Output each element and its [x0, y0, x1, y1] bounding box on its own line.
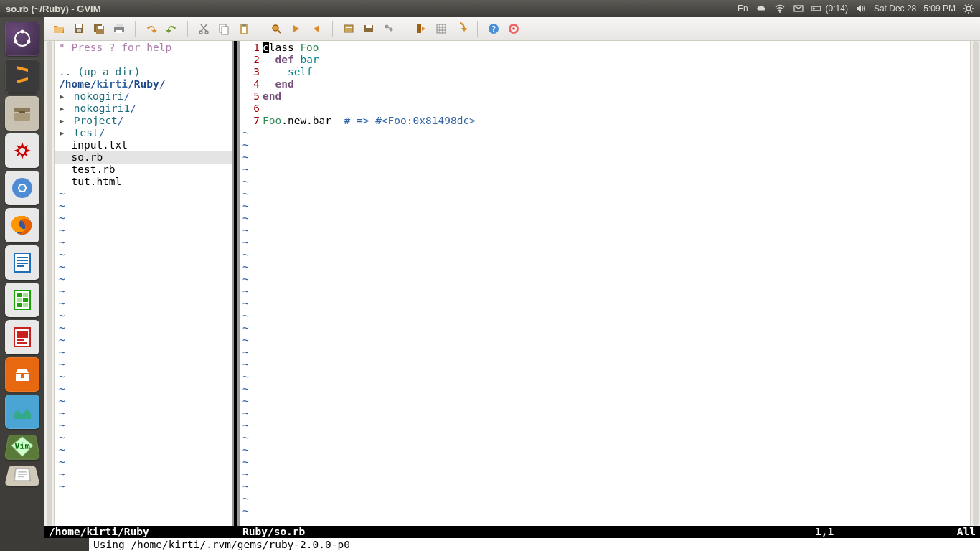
- launcher-app-santiago[interactable]: [5, 133, 39, 168]
- svg-rect-27: [17, 303, 22, 307]
- gvim-window: ? " Press ? for help .. (up a dir)/home/…: [44, 17, 980, 551]
- toolbar-findnext-icon[interactable]: [288, 20, 305, 37]
- toolbar-session-load-icon[interactable]: [340, 20, 357, 37]
- toolbar-print-icon[interactable]: [110, 20, 128, 37]
- svg-rect-54: [346, 27, 352, 28]
- toolbar-make-icon[interactable]: [413, 20, 430, 37]
- svg-point-8: [14, 40, 18, 44]
- toolbar-findhelp-icon[interactable]: [505, 20, 522, 37]
- svg-point-15: [19, 185, 25, 191]
- svg-rect-19: [17, 260, 28, 261]
- wifi-icon[interactable]: [774, 3, 786, 14]
- launcher-app-map[interactable]: [5, 395, 39, 429]
- launcher-libreoffice-writer[interactable]: [5, 245, 39, 280]
- launcher-libreoffice-calc[interactable]: [5, 283, 39, 317]
- battery-indicator[interactable]: (0:14): [811, 3, 848, 14]
- svg-rect-11: [14, 113, 30, 121]
- line-number-gutter: 1234567~~~~~~~~~~~~~~~~~~~~~~~~~~~~~~~~: [240, 41, 263, 526]
- unity-launcher: Vim: [0, 17, 44, 551]
- window-title: so.rb (~/Ruby) - GVIM: [6, 4, 101, 14]
- svg-point-57: [385, 25, 389, 29]
- svg-rect-25: [17, 298, 22, 302]
- vertical-split-bar[interactable]: [232, 41, 240, 526]
- svg-rect-59: [417, 24, 421, 33]
- svg-rect-28: [23, 303, 28, 307]
- toolbar-runscript-icon[interactable]: [380, 20, 397, 37]
- volume-icon[interactable]: [855, 3, 867, 14]
- status-cursor-pos: 1,1: [815, 526, 951, 538]
- editor-scrollbar[interactable]: [970, 41, 980, 526]
- svg-point-46: [205, 31, 208, 34]
- svg-rect-23: [17, 293, 22, 297]
- toolbar-taglist-icon[interactable]: [433, 20, 450, 37]
- status-line: /home/kirti/Ruby Ruby/so.rb 1,1 All: [44, 526, 980, 538]
- svg-rect-26: [23, 298, 28, 302]
- svg-rect-60: [437, 24, 446, 33]
- svg-point-52: [273, 25, 278, 31]
- code-content[interactable]: class Foo def bar self endend Foo.new.ba…: [263, 41, 970, 526]
- svg-rect-4: [813, 8, 815, 10]
- svg-text:Vim: Vim: [14, 442, 31, 451]
- toolbar-find-icon[interactable]: [268, 20, 285, 37]
- toolbar-findprev-icon[interactable]: [308, 20, 325, 37]
- toolbar-paste-icon[interactable]: [235, 20, 253, 37]
- keyboard-indicator[interactable]: En: [738, 4, 748, 14]
- launcher-dash[interactable]: [5, 22, 39, 56]
- launcher-chromium[interactable]: [5, 171, 39, 205]
- launcher-sublime[interactable]: [5, 59, 39, 93]
- launcher-vim[interactable]: Vim: [4, 435, 41, 460]
- svg-rect-44: [116, 30, 122, 33]
- launcher-libreoffice-impress[interactable]: [5, 320, 39, 354]
- window-titlebar: so.rb (~/Ruby) - GVIM En (0:14) Sat Dec …: [0, 0, 980, 17]
- svg-point-45: [199, 31, 202, 34]
- clock-date[interactable]: Sat Dec 28: [874, 4, 916, 14]
- svg-rect-38: [77, 29, 81, 32]
- launcher-files[interactable]: [5, 96, 39, 131]
- launcher-gedit[interactable]: [4, 466, 40, 486]
- toolbar-cut-icon[interactable]: [195, 20, 212, 37]
- session-gear-icon[interactable]: [963, 3, 974, 14]
- status-filename: Ruby/so.rb: [240, 526, 815, 538]
- status-left-path: /home/kirti/Ruby: [44, 526, 232, 538]
- svg-rect-42: [116, 24, 123, 27]
- toolbar-help-icon[interactable]: ?: [485, 20, 502, 37]
- launcher-firefox[interactable]: [5, 208, 39, 242]
- svg-point-65: [512, 27, 515, 30]
- status-scroll-pct: All: [951, 526, 980, 538]
- toolbar-save-icon[interactable]: [70, 20, 88, 37]
- toolbar-jump-icon[interactable]: [453, 20, 470, 37]
- toolbar-undo-icon[interactable]: [143, 20, 160, 37]
- svg-rect-41: [98, 26, 103, 29]
- svg-rect-53: [344, 25, 353, 32]
- toolbar-redo-icon[interactable]: [163, 20, 180, 37]
- toolbar-session-save-icon[interactable]: [360, 20, 377, 37]
- svg-rect-24: [23, 293, 28, 297]
- gvim-toolbar: ?: [44, 17, 980, 41]
- system-tray: En (0:14) Sat Dec 28 5:09 PM: [738, 3, 974, 14]
- svg-point-0: [779, 11, 781, 13]
- editor-pane[interactable]: 1234567~~~~~~~~~~~~~~~~~~~~~~~~~~~~~~~~ …: [240, 41, 970, 526]
- svg-rect-20: [17, 263, 28, 264]
- launcher-software-center[interactable]: [5, 357, 39, 392]
- cloud-icon[interactable]: [755, 3, 767, 14]
- svg-rect-50: [242, 24, 246, 26]
- svg-point-6: [15, 32, 29, 46]
- svg-rect-35: [14, 469, 30, 481]
- clock-time[interactable]: 5:09 PM: [923, 4, 956, 14]
- netrw-pane[interactable]: " Press ? for help .. (up a dir)/home/ki…: [55, 41, 232, 526]
- svg-rect-18: [17, 257, 28, 258]
- svg-point-7: [21, 30, 24, 34]
- svg-text:?: ?: [491, 24, 496, 34]
- mail-icon[interactable]: [793, 3, 804, 14]
- svg-rect-32: [17, 342, 27, 344]
- svg-rect-48: [222, 27, 228, 34]
- netrw-scrollbar[interactable]: [44, 41, 55, 526]
- svg-point-9: [27, 40, 31, 44]
- toolbar-copy-icon[interactable]: [215, 20, 232, 37]
- svg-rect-21: [17, 265, 24, 267]
- svg-rect-56: [366, 25, 372, 28]
- toolbar-open-icon[interactable]: [50, 20, 67, 37]
- toolbar-saveall-icon[interactable]: [90, 20, 108, 37]
- svg-rect-31: [17, 339, 24, 341]
- command-line[interactable]: Using /home/kirti/.rvm/gems/ruby-2.0.0-p…: [44, 538, 980, 551]
